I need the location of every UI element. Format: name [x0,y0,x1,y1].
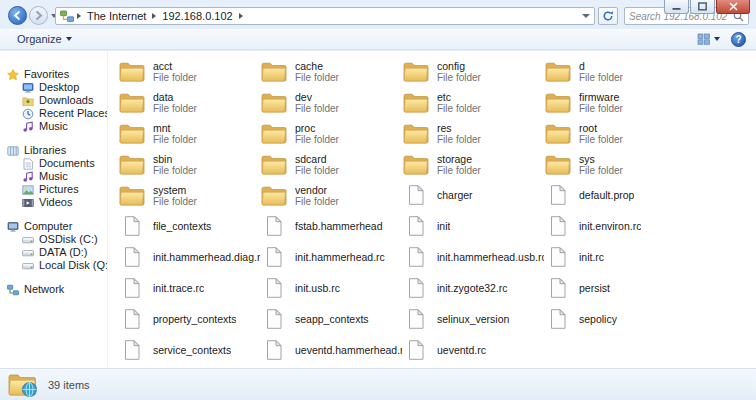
breadcrumb-separator [77,13,81,19]
item-name: firmware [579,91,623,103]
sidebar-item[interactable]: DATA (D:) [0,246,107,259]
file-tile[interactable]: firmware File folder [544,87,686,117]
item-name: init.hammerhead.diag.rc [153,251,260,263]
file-tile[interactable]: etc File folder [402,87,544,117]
network-folder-icon [8,372,38,398]
file-tile[interactable]: init.zygote32.rc [402,273,544,303]
file-tile[interactable]: proc File folder [260,118,402,148]
command-bar: Organize ? [0,29,756,50]
sidebar-item-label: Libraries [24,144,66,157]
file-icon [260,216,288,236]
file-tile[interactable]: res File folder [402,118,544,148]
minimize-button[interactable] [664,0,689,14]
close-icon [729,2,738,11]
file-icon [260,309,288,329]
address-dropdown-icon[interactable] [582,14,590,18]
file-tile[interactable]: init.usb.rc [260,273,402,303]
maximize-button[interactable] [690,0,715,14]
videos-icon [22,197,35,209]
item-type: File folder [579,165,623,176]
file-tile[interactable]: ueventd.rc [402,335,544,365]
file-tile[interactable]: init.environ.rc [544,211,686,241]
file-tile[interactable]: init.hammerhead.diag.rc [118,242,260,272]
sidebar-item[interactable]: OSDisk (C:) [0,233,107,246]
folder-icon [260,92,288,113]
sidebar-item[interactable]: Music [0,170,107,183]
forward-button[interactable] [29,6,48,25]
titlebar: The Internet 192.168.0.102 [0,0,756,29]
change-view-button[interactable] [694,31,723,47]
explorer-window: The Internet 192.168.0.102 [0,0,756,400]
refresh-button[interactable] [598,7,618,25]
file-tile[interactable]: seapp_contexts [260,304,402,334]
file-tile[interactable]: acct File folder [118,56,260,86]
sidebar-item[interactable]: Favorites [0,68,107,81]
file-tile[interactable]: data File folder [118,87,260,117]
chevron-down-icon [66,37,72,41]
item-count: 39 items [48,379,90,391]
sidebar-item-label: Downloads [39,94,93,107]
file-tile[interactable]: fstab.hammerhead [260,211,402,241]
item-name: init.hammerhead.usb.rc [437,251,544,263]
file-tile[interactable]: d File folder [544,56,686,86]
sidebar-item[interactable]: Network [0,283,107,296]
close-button[interactable] [716,0,750,14]
organize-button[interactable]: Organize [10,31,79,47]
file-tile[interactable]: storage File folder [402,149,544,179]
sidebar-item[interactable]: Music [0,120,107,133]
file-tile[interactable]: vendor File folder [260,180,402,210]
item-name: storage [437,153,481,165]
sidebar-item[interactable]: Computer [0,220,107,233]
back-button[interactable] [8,6,27,25]
sidebar-item[interactable]: Documents [0,157,107,170]
file-tile[interactable]: service_contexts [118,335,260,365]
file-icon [402,340,430,360]
file-icon [260,278,288,298]
item-type: File folder [153,196,197,207]
file-tile[interactable]: cache File folder [260,56,402,86]
folder-icon [118,61,146,82]
file-tile[interactable]: property_contexts [118,304,260,334]
file-tile[interactable]: persist [544,273,686,303]
file-tile[interactable]: sdcard File folder [260,149,402,179]
sidebar-item[interactable]: Desktop [0,81,107,94]
file-icon [402,309,430,329]
breadcrumb-host[interactable]: 192.168.0.102 [157,10,237,22]
file-tile[interactable]: init.rc [544,242,686,272]
file-tile[interactable]: selinux_version [402,304,544,334]
file-tile[interactable]: mnt File folder [118,118,260,148]
file-tile[interactable]: file_contexts [118,211,260,241]
file-tile[interactable]: init.hammerhead.usb.rc [402,242,544,272]
file-tile[interactable]: config File folder [402,56,544,86]
music-icon [22,121,35,133]
file-icon [118,340,146,360]
sidebar-item[interactable]: Recent Places [0,107,107,120]
file-tile[interactable]: root File folder [544,118,686,148]
file-tile[interactable]: sbin File folder [118,149,260,179]
sidebar-item[interactable]: Downloads [0,94,107,107]
sidebar-item[interactable]: Libraries [0,144,107,157]
sidebar-item[interactable]: Pictures [0,183,107,196]
file-tile[interactable]: init.trace.rc [118,273,260,303]
file-icon [260,247,288,267]
help-button[interactable]: ? [731,32,746,47]
item-name: service_contexts [153,344,231,356]
address-bar[interactable]: The Internet 192.168.0.102 [55,7,595,25]
breadcrumb-the-internet[interactable]: The Internet [82,10,151,22]
file-tile[interactable]: sepolicy [544,304,686,334]
file-tile[interactable]: ueventd.hammerhead.rc [260,335,402,365]
file-tile[interactable]: system File folder [118,180,260,210]
file-tile[interactable]: init.hammerhead.rc [260,242,402,272]
file-tile[interactable]: default.prop [544,180,686,210]
file-tile[interactable]: sys File folder [544,149,686,179]
file-tile[interactable]: charger [402,180,544,210]
folder-icon [118,185,146,206]
folder-icon [402,92,430,113]
file-tile[interactable]: dev File folder [260,87,402,117]
file-tile[interactable]: init [402,211,544,241]
network-icon [7,284,20,296]
item-type: File folder [579,103,623,114]
sidebar-item[interactable]: Local Disk (Q:) [0,259,107,272]
sidebar-item[interactable]: Videos [0,196,107,209]
sidebar-item-label: Local Disk (Q:) [39,259,108,272]
